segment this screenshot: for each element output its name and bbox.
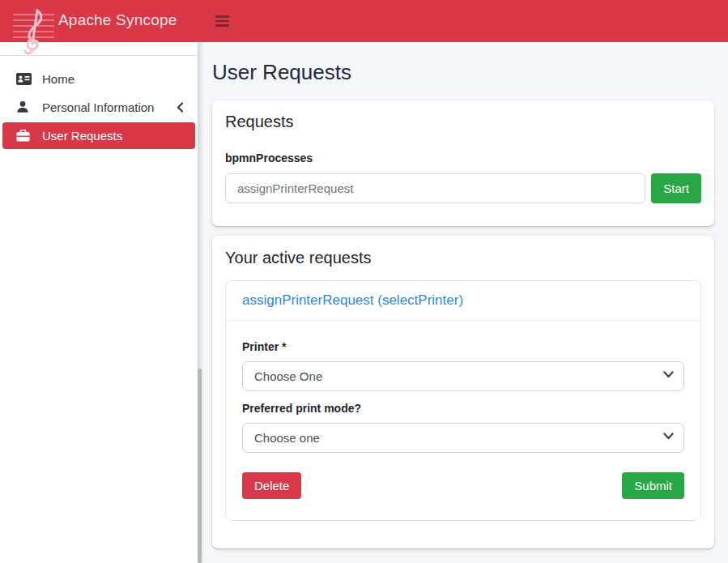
start-button[interactable]: Start xyxy=(651,173,701,203)
sidebar-item-label: Home xyxy=(42,72,75,86)
print-mode-select[interactable]: Choose one xyxy=(242,423,684,453)
page-title: User Requests xyxy=(212,60,714,85)
scrollbar-thumb[interactable] xyxy=(198,369,202,563)
submit-button[interactable]: Submit xyxy=(622,472,684,499)
bpmn-processes-label: bpmnProcesses xyxy=(225,151,701,164)
briefcase-icon xyxy=(16,130,34,142)
brand-title: Apache Syncope xyxy=(58,11,177,29)
delete-button[interactable]: Delete xyxy=(242,472,301,499)
process-row: Start xyxy=(225,173,701,203)
hamburger-icon[interactable] xyxy=(215,14,233,28)
sidebar-item-label: Personal Information xyxy=(42,100,154,114)
requests-card-title: Requests xyxy=(225,113,701,131)
sidebar: Home Personal Information xyxy=(0,42,198,563)
sidebar-item-home[interactable]: Home xyxy=(2,66,195,92)
sidebar-item-label: User Requests xyxy=(42,129,122,143)
request-panel: assignPrinterRequest (selectPrinter) Pri… xyxy=(225,280,701,521)
request-panel-header: assignPrinterRequest (selectPrinter) xyxy=(226,281,700,321)
print-mode-label: Preferred print mode? xyxy=(242,402,684,415)
printer-select[interactable]: Choose One xyxy=(242,361,684,391)
printer-select-wrap: Choose One xyxy=(242,361,684,391)
content-area: User Requests Requests bpmnProcesses Sta… xyxy=(198,42,728,563)
requests-card: Requests bpmnProcesses Start xyxy=(212,100,714,226)
chevron-left-icon xyxy=(177,102,184,113)
sidebar-nav: Home Personal Information xyxy=(0,56,198,149)
request-actions: Delete Submit xyxy=(242,472,684,499)
brand-header[interactable]: Apache Syncope xyxy=(0,0,198,42)
sidebar-item-personal-information[interactable]: Personal Information xyxy=(2,94,195,120)
bpmn-process-input[interactable] xyxy=(225,173,645,203)
id-card-icon xyxy=(16,73,34,85)
request-link[interactable]: assignPrinterRequest (selectPrinter) xyxy=(242,292,463,308)
active-requests-card-title: Your active requests xyxy=(225,249,701,267)
request-panel-body: Printer * Choose One Preferred print mod… xyxy=(226,321,700,520)
active-requests-card: Your active requests assignPrinterReques… xyxy=(212,236,714,548)
user-icon xyxy=(16,100,34,113)
sidebar-item-user-requests[interactable]: User Requests xyxy=(2,122,195,149)
printer-label: Printer * xyxy=(242,340,684,353)
print-mode-select-wrap: Choose one xyxy=(242,423,684,453)
treble-clef-icon xyxy=(8,5,58,62)
